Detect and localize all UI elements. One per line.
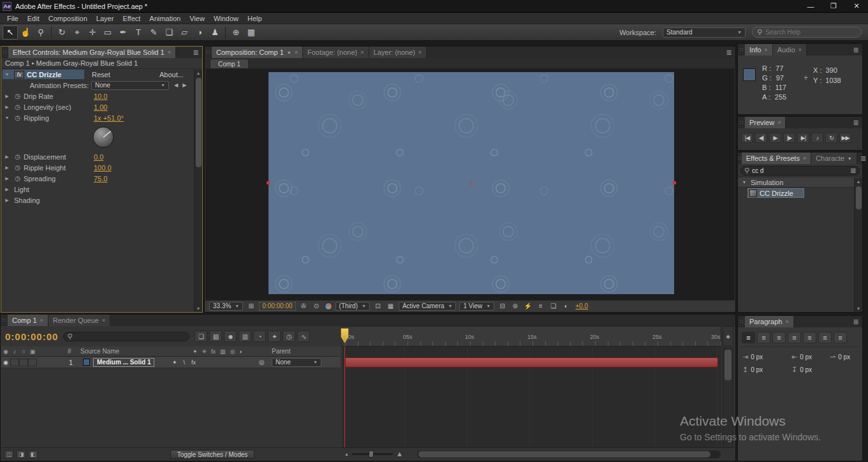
tab-footage[interactable]: Footage: (none) ×	[303, 47, 369, 58]
tab-render-queue[interactable]: Render Queue ×	[48, 315, 110, 326]
scroll-up-icon[interactable]: ▲	[857, 178, 861, 185]
tab-preview[interactable]: Preview ×	[745, 117, 786, 128]
twirl-open-icon[interactable]: ▼	[1, 72, 13, 77]
tab-layer[interactable]: Layer: (none) ×	[369, 47, 427, 58]
expand-switches-icon[interactable]: ◫	[4, 450, 14, 459]
camera-dropdown[interactable]: Active Camera ▼	[399, 302, 457, 311]
view-layout-icon[interactable]: ⊟	[497, 302, 507, 311]
quality-switch-icon[interactable]: ✦	[193, 348, 198, 355]
panel-grip-icon[interactable]: ∷	[738, 316, 745, 327]
rotation-dial[interactable]	[89, 123, 117, 151]
scrollbar-vertical[interactable]: ▲ ▼	[194, 70, 202, 312]
reset-link[interactable]: Reset	[92, 71, 110, 78]
layer-mask-icon[interactable]: \	[184, 359, 186, 366]
time-stretch-icon[interactable]: ◧	[28, 450, 38, 459]
close-icon[interactable]: ×	[785, 318, 788, 325]
timeline-scrollbar-horizontal[interactable]	[417, 451, 721, 458]
help-search-box[interactable]: ⚲	[752, 27, 862, 38]
panel-menu-icon[interactable]: ≣	[189, 47, 202, 58]
help-search-input[interactable]	[765, 29, 857, 36]
first-frame-button[interactable]: |◀	[741, 133, 753, 143]
prev-preset-icon[interactable]: ◀	[174, 82, 178, 88]
layer-name[interactable]: Medium ... Solid 1	[93, 358, 154, 367]
panel-grip-icon[interactable]: ∷	[738, 44, 745, 56]
scroll-thumb[interactable]	[725, 350, 732, 380]
grid-icon[interactable]: ▦	[244, 26, 259, 40]
solo-icon[interactable]: ○	[19, 348, 28, 355]
frame-blend-switch-icon[interactable]: ▥	[220, 348, 226, 355]
space-after-value[interactable]: 0 px	[800, 366, 812, 373]
timeline-search-box[interactable]: ⚲	[63, 332, 189, 341]
scroll-up-icon[interactable]: ▲	[196, 70, 201, 77]
fast-previews-icon[interactable]: ⚡	[523, 302, 533, 311]
close-icon[interactable]: ×	[102, 317, 105, 324]
magnification-dropdown[interactable]: 33.3% ▼	[209, 302, 243, 311]
puppet-pin-tool[interactable]: ♟	[207, 26, 223, 40]
roi-icon[interactable]: ⊡	[373, 302, 383, 311]
eye-icon[interactable]: ◉	[1, 348, 10, 355]
panel-menu-icon[interactable]: ≣	[850, 117, 862, 128]
twirl-icon[interactable]: ▶	[1, 165, 13, 170]
menu-composition[interactable]: Composition	[44, 15, 92, 22]
minimize-button[interactable]: —	[799, 0, 822, 13]
tab-info[interactable]: Info ×	[745, 44, 773, 56]
animation-presets-dropdown[interactable]: None ▼	[91, 81, 169, 90]
layer-lock-toggle[interactable]	[28, 359, 37, 366]
close-icon[interactable]: ×	[40, 317, 43, 324]
layer-quality-icon[interactable]: ✦	[172, 359, 177, 366]
roto-brush-tool[interactable]: ◑	[192, 26, 207, 40]
timeline-track-area[interactable]	[342, 346, 721, 449]
close-icon[interactable]: ×	[360, 49, 364, 56]
panel-menu-icon[interactable]: ≣	[723, 47, 735, 58]
comp-mini-flowchart-icon[interactable]: ❏	[195, 331, 207, 342]
composition-canvas[interactable]: +	[268, 72, 674, 294]
space-before-field[interactable]: ↥ 0 px	[742, 366, 763, 374]
prev-frame-button[interactable]: ◀|	[755, 133, 767, 143]
audio-button[interactable]: ♪	[811, 133, 823, 143]
zoom-tool[interactable]: ⚲	[33, 26, 48, 40]
parent-pickwhip-icon[interactable]: ◎	[259, 359, 265, 366]
layer-handle-right[interactable]	[673, 181, 676, 184]
axis-mode-icon[interactable]: ⊕	[228, 26, 244, 40]
tab-effects-presets[interactable]: Effects & Presets ×	[742, 153, 811, 164]
toggle-switches-modes-button[interactable]: Toggle Switches / Modes	[170, 450, 254, 459]
rotation-tool[interactable]: ↻	[54, 26, 70, 40]
shape-tool[interactable]: ▭	[100, 26, 115, 40]
about-link[interactable]: About...	[159, 71, 184, 78]
layer-eye-icon[interactable]: ◉	[1, 359, 10, 366]
column-source-name[interactable]: Source Name	[80, 348, 119, 355]
timecode-field[interactable]: 0:00:00:00	[259, 302, 295, 311]
effects-switch-icon[interactable]: fx	[211, 348, 216, 355]
unified-camera-tool[interactable]: ⌖	[70, 26, 85, 40]
property-value[interactable]: 0.0	[94, 153, 103, 161]
scroll-thumb[interactable]	[856, 186, 862, 209]
draft-3d-icon[interactable]: ▧	[209, 331, 222, 342]
twirl-open-icon[interactable]: ▼	[741, 180, 747, 184]
layer-duration-bar[interactable]	[345, 357, 718, 368]
ram-preview-button[interactable]: ▶▶	[839, 133, 851, 143]
hand-tool[interactable]: ☝	[18, 26, 33, 40]
panel-menu-icon[interactable]: ≣	[850, 44, 862, 56]
menu-layer[interactable]: Layer	[92, 15, 119, 22]
tab-effect-controls[interactable]: Effect Controls: Medium Gray-Royal Blue …	[8, 47, 176, 58]
zoom-out-icon[interactable]: ▲	[344, 452, 349, 456]
maximize-button[interactable]: ❐	[822, 0, 845, 13]
close-icon[interactable]: ×	[168, 49, 171, 56]
justify-last-center-button[interactable]: ≡	[803, 332, 816, 343]
panel-grip-icon[interactable]: ∷	[738, 117, 745, 128]
layer-audio-toggle[interactable]	[10, 359, 19, 366]
zoom-slider[interactable]	[352, 453, 393, 455]
scroll-thumb[interactable]	[418, 451, 710, 458]
clear-search-icon[interactable]: ⊠	[851, 167, 856, 174]
layer-row[interactable]: ◉ 1 Medium ... Solid 1 ✦ \ fx ◎ None ▼	[1, 357, 341, 368]
scroll-down-icon[interactable]: ▼	[857, 305, 861, 312]
twirl-icon[interactable]: ▶	[1, 187, 13, 192]
layer-fx-icon[interactable]: fx	[191, 359, 196, 366]
panel-grip-icon[interactable]: ∷	[1, 315, 8, 326]
time-ruler[interactable]: 00s 05s 10s 15s 20s 25s 30s	[342, 326, 721, 346]
twirl-icon[interactable]: ▶	[1, 94, 13, 99]
menu-view[interactable]: View	[185, 15, 209, 22]
pixel-aspect-icon[interactable]: ⊜	[510, 302, 520, 311]
space-after-field[interactable]: ↧ 0 px	[791, 366, 812, 374]
column-index[interactable]: #	[68, 348, 71, 355]
